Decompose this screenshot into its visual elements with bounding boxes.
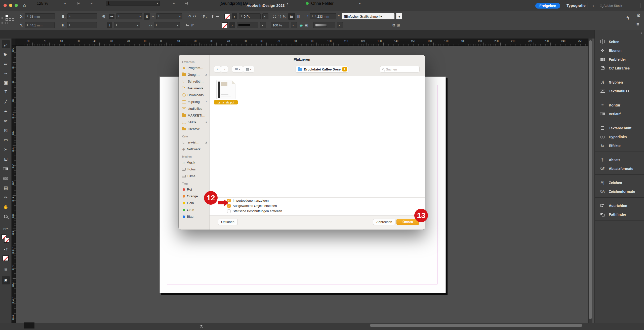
minimize-window-icon[interactable] xyxy=(9,4,12,7)
panel-button-textumfluss[interactable]: Textumfluss xyxy=(595,87,644,95)
swap-fill-stroke-icon[interactable]: ◳↷ xyxy=(2,225,10,233)
dialog-search-field[interactable]: Suchen xyxy=(380,66,420,72)
panel-button-zeichenformate[interactable]: ⧉AZeichenformate xyxy=(595,187,644,196)
next-page-icon[interactable]: ▶ xyxy=(173,2,175,5)
sidebar-item-googl-[interactable]: Googl…▲ xyxy=(179,71,209,78)
overprint-toggle-icon[interactable]: ▣ xyxy=(305,23,308,27)
forward-button[interactable]: › xyxy=(221,66,228,72)
shear-angle-dropdown[interactable]: ▲▼▾ xyxy=(154,22,180,28)
rectangle-tool[interactable]: ▭ xyxy=(2,136,10,144)
gradient-feather-tool[interactable] xyxy=(2,174,10,182)
flip-horizontal-icon[interactable]: ⇋ xyxy=(186,23,189,27)
panel-button-effekte[interactable]: fxEffekte xyxy=(595,141,644,150)
panel-button-seiten[interactable]: Seiten xyxy=(595,37,644,46)
close-window-icon[interactable] xyxy=(4,4,7,7)
panel-button-hyperlinks[interactable]: Hyperlinks xyxy=(595,132,644,141)
text-wrap-around-icon[interactable]: ▥ xyxy=(297,14,300,19)
scale-x-dropdown[interactable]: ▲▼▾ xyxy=(116,13,142,19)
gap-field[interactable]: ▲▼ 4,233 mm xyxy=(310,13,336,19)
stepper-icon[interactable]: ▲▼ xyxy=(27,15,28,18)
eject-icon[interactable]: ▲ xyxy=(205,121,207,123)
sidebar-item-downloads[interactable]: ↓Downloads xyxy=(179,92,209,98)
tint-dropdown[interactable]: ▾ xyxy=(291,22,297,28)
type-tool[interactable]: T xyxy=(2,88,10,96)
apply-none-button[interactable] xyxy=(3,255,9,261)
gradient-ramp-chevron[interactable]: ▾ xyxy=(337,22,343,28)
panel-button-zeichen[interactable]: A|Zeichen xyxy=(595,178,644,187)
stepper-icon[interactable]: ▲▼ xyxy=(69,15,71,18)
rotate-cw-icon[interactable]: ↻ xyxy=(188,14,191,19)
vertical-ruler[interactable]: 2 01 001 02 03 04 05 06 07 08 09 01 0 01… xyxy=(12,46,16,323)
panel-button-textabschnitt[interactable]: Textabschnitt xyxy=(595,124,644,132)
preview-toggle-icon[interactable]: ◉ xyxy=(300,23,303,27)
panel-group-grip[interactable] xyxy=(614,153,625,154)
object-style-dropdown[interactable]: [Einfacher Grafikrahmen]+ xyxy=(342,13,394,19)
panel-group-grip[interactable] xyxy=(614,199,625,200)
link-scale-icon[interactable]: 8 xyxy=(144,13,150,20)
view-grid-button[interactable]: ⊞▾ xyxy=(232,66,243,72)
free-transform-tool[interactable]: ⊡ xyxy=(2,155,10,163)
scissors-tool[interactable]: ✂ xyxy=(2,145,10,154)
sidebar-item-rot[interactable]: Rot xyxy=(179,186,209,193)
sidebar-item-program-[interactable]: AProgram… xyxy=(179,64,209,71)
object-export-icon[interactable]: ⧉ xyxy=(392,23,395,27)
x-position-field[interactable]: ▲▼ 38 mm xyxy=(25,13,55,19)
cancel-button[interactable]: Abbrechen xyxy=(373,219,395,225)
panel-button-absatz[interactable]: ¶Absatz xyxy=(595,155,644,164)
effects-fx-icon[interactable]: fx. xyxy=(283,14,287,18)
sidebar-item-studiofiles[interactable]: studiofiles xyxy=(179,105,209,112)
apply-gradient-icon[interactable]: ▦ xyxy=(2,265,10,273)
panel-button-pathfinder[interactable]: Pathfinder xyxy=(595,210,644,219)
preflight-profile[interactable]: [Grundprofil] (Ar… xyxy=(220,1,252,6)
direct-selection-tool[interactable]: ▶ xyxy=(2,50,10,58)
preflight-status[interactable]: Ohne Fehler xyxy=(311,1,334,6)
panel-button-absatzformate[interactable]: ⧉¶Absatzformate xyxy=(595,164,644,173)
stroke-weight-field[interactable]: ▲▼ 0 Pt xyxy=(239,13,261,19)
line-tool[interactable]: ╱ xyxy=(2,98,10,106)
zoom-level[interactable]: 125 % xyxy=(37,1,48,6)
horizontal-ruler[interactable]: 8070605040302010010203040506070809010011… xyxy=(16,39,588,46)
stroke-weight-dropdown[interactable]: ▾ xyxy=(262,13,268,19)
note-tool[interactable]: ▤ xyxy=(2,184,10,192)
view-list-button[interactable]: ▤▾ xyxy=(243,66,254,72)
frame-icon[interactable]: ▢ xyxy=(277,14,281,19)
panel-button-glyphen[interactable]: AGlyphen xyxy=(595,78,644,87)
gpu-performance-icon[interactable]: ϟ xyxy=(626,15,629,21)
panel-group-grip[interactable] xyxy=(614,122,625,123)
sidebar-item-musik[interactable]: ♫Musik xyxy=(179,159,209,166)
stroke-swatch-none[interactable] xyxy=(4,238,9,243)
structure-icon[interactable]: ⬅ xyxy=(216,14,219,19)
panel-button-kontur[interactable]: ≡Kontur xyxy=(595,101,644,109)
fill-color-swatch[interactable] xyxy=(224,14,230,19)
hand-tool[interactable]: ✋ xyxy=(2,203,10,211)
gradient-tool[interactable] xyxy=(2,165,10,173)
eject-icon[interactable]: ▲ xyxy=(205,74,207,76)
selection-tool[interactable]: ▷ xyxy=(2,40,10,48)
stepper-icon[interactable]: ▲▼ xyxy=(27,24,28,26)
vertical-scrollbar-thumb[interactable] xyxy=(589,40,592,319)
sidebar-item-blau[interactable]: Blau xyxy=(179,213,209,220)
rotation-angle-dropdown[interactable]: ▲▼▾ xyxy=(156,13,182,19)
rotate-ccw-icon[interactable]: ↺ xyxy=(193,14,196,19)
eject-icon[interactable]: ▲ xyxy=(205,101,207,103)
sidebar-item-m-pilling[interactable]: m.pilling▲ xyxy=(179,98,209,105)
folder-dropdown[interactable]: Druckdatei Kaffee Dose ▲▼ xyxy=(296,66,348,72)
share-button[interactable]: Freigeben xyxy=(535,3,560,9)
sidebar-item-filme[interactable]: Filme xyxy=(179,173,209,179)
constrain-dimensions-icon[interactable]: ⧹8 xyxy=(102,14,105,19)
home-icon[interactable]: ⌂ xyxy=(23,3,26,8)
gradient-ramp-dropdown[interactable] xyxy=(313,22,335,28)
stepper-icon[interactable]: ▲▼ xyxy=(69,24,70,26)
sidebar-item-netzwerk[interactable]: ⊕Netzwerk xyxy=(179,146,209,153)
sidebar-item-grün[interactable]: Grün xyxy=(179,206,209,213)
last-page-icon[interactable]: ▶ xyxy=(185,2,188,5)
frame-tool[interactable]: ⊠ xyxy=(2,126,10,134)
width-field[interactable]: ▲▼ xyxy=(67,13,97,19)
panel-button-cc-libraries[interactable]: CC Libraries xyxy=(595,64,644,72)
text-wrap-none-icon[interactable]: ▤ xyxy=(288,13,295,20)
pdf-file-thumbnail[interactable] xyxy=(216,80,235,99)
sidebar-item-srv-isi-[interactable]: srv-isi…▲ xyxy=(179,139,209,146)
sidebar-item-creative-[interactable]: Creative… xyxy=(179,126,209,132)
fill-menu-button[interactable]: › xyxy=(232,13,237,19)
height-field[interactable]: ▲▼ xyxy=(67,22,97,28)
